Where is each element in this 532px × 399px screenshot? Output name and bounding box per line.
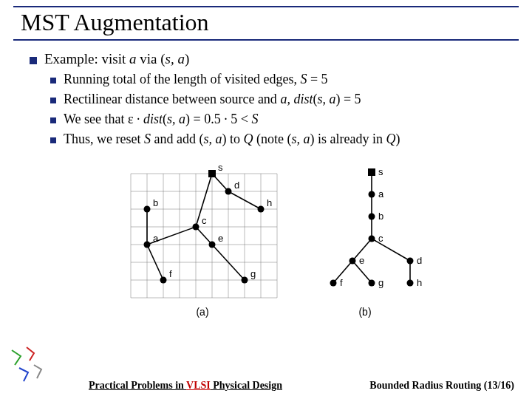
svg-rect-52 — [368, 168, 375, 176]
corner-decoration-icon — [4, 343, 56, 395]
svg-text:g: g — [378, 277, 383, 288]
svg-text:s: s — [378, 166, 383, 177]
fig-a-caption: (a) — [196, 306, 208, 318]
txt: via ( — [137, 51, 166, 66]
svg-text:g: g — [250, 268, 256, 279]
graph-a-svg: sdbhcaefg — [117, 160, 287, 304]
svg-text:d: d — [234, 180, 239, 191]
svg-line-22 — [196, 227, 212, 245]
sub-text: Thus, we reset S and add (s, a) to Q (no… — [64, 132, 400, 147]
example-text: Example: visit a via (s, a) — [44, 51, 189, 67]
svg-point-64 — [330, 280, 337, 287]
svg-point-54 — [369, 191, 375, 198]
svg-text:f: f — [169, 268, 172, 279]
svg-point-30 — [144, 206, 151, 213]
footer-left: Practical Problems in VLSI Physical Desi… — [89, 380, 282, 392]
sub-text: Rectilinear distance between source and … — [64, 92, 361, 107]
svg-text:a: a — [378, 188, 384, 200]
svg-text:d: d — [417, 255, 422, 266]
bullet-icon — [50, 98, 56, 103]
example-line: Example: visit a via (s, a) — [30, 51, 516, 67]
footer: Practical Problems in VLSI Physical Desi… — [0, 380, 532, 392]
svg-point-56 — [369, 214, 375, 220]
svg-text:h: h — [417, 277, 422, 288]
svg-text:a: a — [153, 233, 159, 244]
svg-rect-26 — [208, 170, 216, 177]
var-sa: s, a — [166, 51, 185, 66]
sub-text: Running total of the length of visited e… — [64, 72, 328, 87]
svg-point-66 — [369, 280, 375, 287]
sub-bullet-1: Running total of the length of visited e… — [50, 72, 516, 87]
txt: ) — [185, 51, 189, 66]
svg-point-32 — [258, 206, 265, 213]
sub-text: We see that ε · dist(s, a) = 0.5 · 5 < S — [64, 112, 258, 127]
svg-text:c: c — [378, 233, 383, 244]
svg-text:c: c — [202, 215, 207, 226]
slide: MST Augmentation Example: visit a via (s… — [0, 0, 532, 399]
svg-text:b: b — [378, 211, 383, 222]
svg-point-34 — [193, 224, 200, 231]
figure-b: sabcedfgh (b) — [302, 160, 428, 318]
svg-text:h: h — [267, 197, 272, 208]
sub-bullet-2: Rectilinear distance between source and … — [50, 92, 516, 107]
slide-title: MST Augmentation — [13, 6, 519, 41]
var-a: a — [129, 51, 137, 66]
footer-right: Bounded Radius Routing (13/16) — [369, 380, 514, 392]
svg-text:s: s — [218, 162, 223, 173]
figures-row: sdbhcaefg (a) sabcedfgh (b) — [30, 160, 516, 318]
svg-point-40 — [160, 277, 167, 284]
svg-point-28 — [225, 188, 232, 195]
svg-text:b: b — [153, 197, 158, 208]
svg-point-36 — [144, 242, 151, 248]
svg-point-42 — [242, 277, 248, 284]
svg-point-68 — [407, 280, 414, 287]
content-area: Example: visit a via (s, a) Running tota… — [13, 41, 519, 318]
svg-text:e: e — [359, 255, 364, 266]
graph-b-svg: sabcedfgh — [302, 160, 428, 304]
svg-point-62 — [407, 258, 414, 265]
vlsi-text: VLSI — [186, 380, 211, 391]
svg-line-49 — [333, 261, 352, 283]
figure-a: sdbhcaefg (a) — [117, 160, 287, 318]
txt: Example: visit — [44, 51, 129, 66]
svg-point-58 — [369, 236, 375, 242]
sub-bullet-3: We see that ε · dist(s, a) = 0.5 · 5 < S — [50, 112, 516, 127]
svg-point-60 — [349, 258, 356, 265]
sub-bullet-4: Thus, we reset S and add (s, a) to Q (no… — [50, 132, 516, 147]
fig-b-caption: (b) — [358, 306, 371, 318]
svg-line-48 — [372, 239, 410, 261]
bullet-icon — [50, 78, 56, 83]
svg-point-38 — [209, 242, 216, 248]
bullet-icon — [30, 57, 37, 64]
svg-text:e: e — [218, 233, 223, 244]
bullet-icon — [50, 117, 56, 123]
svg-text:f: f — [340, 277, 343, 288]
bullet-icon — [50, 137, 56, 143]
